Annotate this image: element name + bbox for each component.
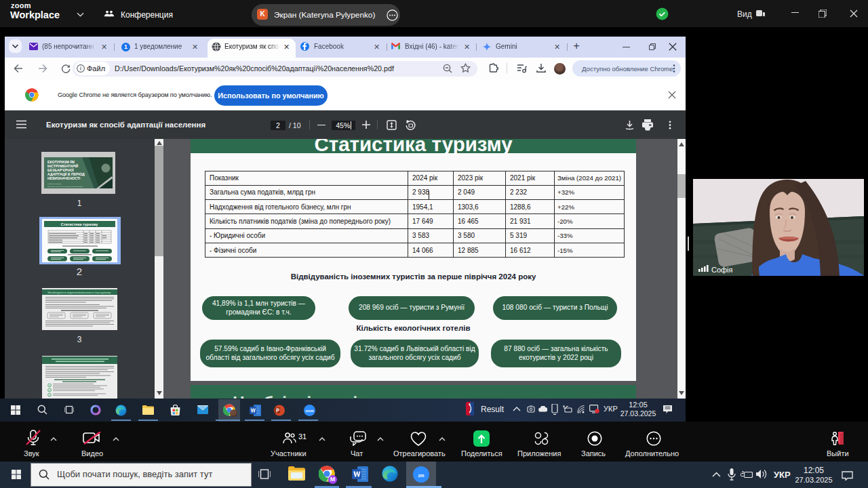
svg-text:НЕВИЗНАЧЕНОСТІ: НЕВИЗНАЧЕНОСТІ — [47, 176, 81, 180]
svg-text:Статистика туризму: Статистика туризму — [61, 222, 98, 226]
svg-text:Виконала студентка Наукови: Виконала студентка Наукови керівник Проф — [47, 185, 82, 187]
svg-text:Необхідність відновлювального: Необхідність відновлювального екотуризму — [47, 291, 111, 294]
svg-text:zm: zm — [418, 473, 424, 478]
svg-text:ІНСТРУМЕНТАРІЙ: ІНСТРУМЕНТАРІЙ — [47, 163, 79, 168]
svg-text:zoom: zoom — [306, 409, 314, 413]
svg-text:Софія: Софія — [711, 266, 733, 274]
